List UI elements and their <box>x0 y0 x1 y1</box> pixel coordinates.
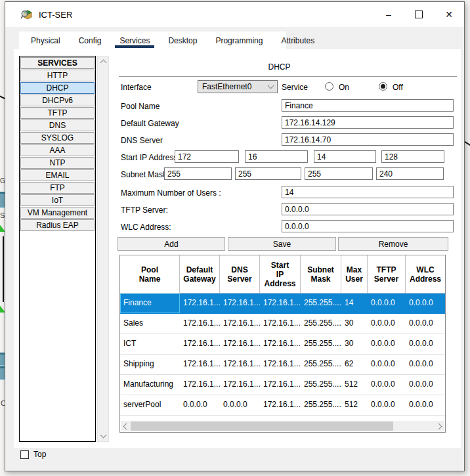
table-row[interactable]: Shipping172.16.1...172.16.1...172.16.1..… <box>120 355 445 375</box>
top-checkbox[interactable] <box>20 450 29 459</box>
table-cell: 172.16.1... <box>220 375 260 395</box>
scroll-left-button[interactable] <box>121 421 131 431</box>
interface-select[interactable]: FastEthernet0 <box>198 80 278 93</box>
table-horizontal-scrollbar[interactable] <box>121 421 444 431</box>
start-ip-octet-3[interactable] <box>314 150 376 163</box>
table-cell: 512 <box>341 375 368 395</box>
sidebar-item-dhcpv6[interactable]: DHCPv6 <box>20 95 95 106</box>
column-header-tftp-server: TFTP Server <box>368 255 406 293</box>
wlc-address-input[interactable] <box>282 220 454 232</box>
service-off-radio[interactable] <box>379 82 387 91</box>
column-header-default-gateway: Default Gateway <box>180 255 220 293</box>
table-cell: 255.255.... <box>301 375 341 395</box>
sidebar-item-aaa[interactable]: AAA <box>20 144 95 156</box>
column-header-subnet-mask: Subnet Mask <box>301 255 341 293</box>
table-cell: 255.255.... <box>301 395 341 415</box>
tab-desktop[interactable]: Desktop <box>159 32 206 49</box>
section-title: DHCP <box>114 62 445 72</box>
services-scrollbar[interactable] <box>97 56 109 442</box>
window-controls: – ✕ <box>374 2 464 27</box>
chevron-down-icon <box>268 83 274 89</box>
maximize-button[interactable] <box>404 2 434 27</box>
tab-attributes[interactable]: Attributes <box>272 32 324 49</box>
tab-programming[interactable]: Programming <box>206 32 272 49</box>
tab-label: Services <box>119 36 150 45</box>
service-label: Service <box>282 83 308 92</box>
table-row[interactable]: Sales172.16.1...172.16.1...172.16.1...25… <box>120 314 445 334</box>
workspace-switch-fragment <box>0 353 5 366</box>
table-cell: 30 <box>341 314 368 334</box>
add-button[interactable]: Add <box>117 237 225 251</box>
table-cell: 255.255.... <box>301 355 341 374</box>
table-cell: 172.16.1... <box>260 375 301 395</box>
tftp-server-label: TFTP Server: <box>121 206 168 215</box>
dns-server-input[interactable] <box>282 133 454 146</box>
services-header: SERVICES <box>20 57 95 69</box>
pool-name-label: Pool Name <box>121 102 160 111</box>
service-off-label: Off <box>393 83 403 92</box>
default-gateway-input[interactable] <box>282 116 454 129</box>
tab-config[interactable]: Config <box>70 32 111 49</box>
minimize-button[interactable]: – <box>374 2 404 27</box>
sidebar-item-ntp[interactable]: NTP <box>20 157 95 169</box>
chevron-up-icon <box>100 60 106 66</box>
interface-value: FastEthernet0 <box>202 82 268 91</box>
workspace-switch-fragment <box>0 192 5 208</box>
service-on-radio[interactable] <box>325 82 333 91</box>
sidebar-item-dhcp[interactable]: DHCP <box>20 82 95 94</box>
table-cell: 255.255.... <box>301 334 341 354</box>
subnet-octet-4[interactable] <box>376 167 444 180</box>
tab-label: Config <box>79 36 102 45</box>
column-header-dns-server: DNS Server <box>220 255 260 293</box>
sidebar-item-email[interactable]: EMAIL <box>20 169 95 181</box>
table-cell: 0.0.0.0 <box>406 395 445 415</box>
table-cell: 0.0.0.0 <box>368 314 406 334</box>
max-users-input[interactable] <box>282 186 454 198</box>
start-ip-octet-1[interactable] <box>175 150 239 163</box>
scroll-up-button[interactable] <box>98 56 108 67</box>
window-title: ICT-SER <box>39 10 72 20</box>
chevron-left-icon <box>123 423 130 429</box>
sidebar-item-tftp[interactable]: TFTP <box>20 107 95 119</box>
table-cell: 172.16.1... <box>180 355 220 374</box>
tab-label: Physical <box>31 36 60 45</box>
pool-name-input[interactable] <box>282 99 454 112</box>
scroll-down-button[interactable] <box>98 431 108 441</box>
table-header-row: Pool NameDefault GatewayDNS ServerStart … <box>120 255 445 293</box>
scrollbar-thumb[interactable] <box>131 422 393 431</box>
workspace-cable-fragment <box>3 236 4 302</box>
scroll-right-button[interactable] <box>435 421 444 431</box>
remove-button[interactable]: Remove <box>338 237 448 251</box>
sidebar-item-syslog[interactable]: SYSLOG <box>20 132 95 144</box>
sidebar-item-ftp[interactable]: FTP <box>20 182 95 194</box>
table-cell: 172.16.1... <box>180 314 220 334</box>
table-cell: 172.16.1... <box>260 314 301 334</box>
sidebar-item-http[interactable]: HTTP <box>20 70 95 81</box>
titlebar[interactable]: ICT-SER – ✕ <box>5 2 464 27</box>
max-users-label: Maximum Number of Users : <box>121 188 221 198</box>
column-header-wlc-address: WLC Address <box>406 255 445 293</box>
table-row[interactable]: Manufacturing172.16.1...172.16.1...172.1… <box>120 375 445 395</box>
wlc-address-label: WLC Address: <box>121 223 171 232</box>
save-button[interactable]: Save <box>228 237 336 251</box>
tab-physical[interactable]: Physical <box>22 32 70 49</box>
table-cell: 172.16.1... <box>220 334 260 354</box>
close-button[interactable]: ✕ <box>434 2 464 27</box>
table-cell: 172.16.1... <box>260 355 301 374</box>
sidebar-item-vm-management[interactable]: VM Management <box>20 207 95 219</box>
start-ip-octet-4[interactable] <box>381 150 444 163</box>
start-ip-octet-2[interactable] <box>245 150 308 163</box>
tab-services[interactable]: Services <box>110 32 159 49</box>
table-row[interactable]: Finance172.16.1...172.16.1...172.16.1...… <box>120 293 445 314</box>
sidebar-item-radius-eap[interactable]: Radius EAP <box>20 219 95 231</box>
table-cell: 172.16.1... <box>260 334 301 354</box>
sidebar-item-iot[interactable]: IoT <box>20 194 95 206</box>
subnet-octet-2[interactable] <box>235 167 301 180</box>
table-cell: ICT <box>120 334 180 354</box>
tftp-server-input[interactable] <box>282 203 454 215</box>
table-row[interactable]: serverPool0.0.0.00.0.0.0172.16.1...255.2… <box>120 395 445 416</box>
subnet-octet-3[interactable] <box>305 167 373 180</box>
table-row[interactable]: ICT172.16.1...172.16.1...172.16.1...255.… <box>120 334 445 355</box>
subnet-octet-1[interactable] <box>164 167 232 180</box>
sidebar-item-dns[interactable]: DNS <box>20 119 95 131</box>
